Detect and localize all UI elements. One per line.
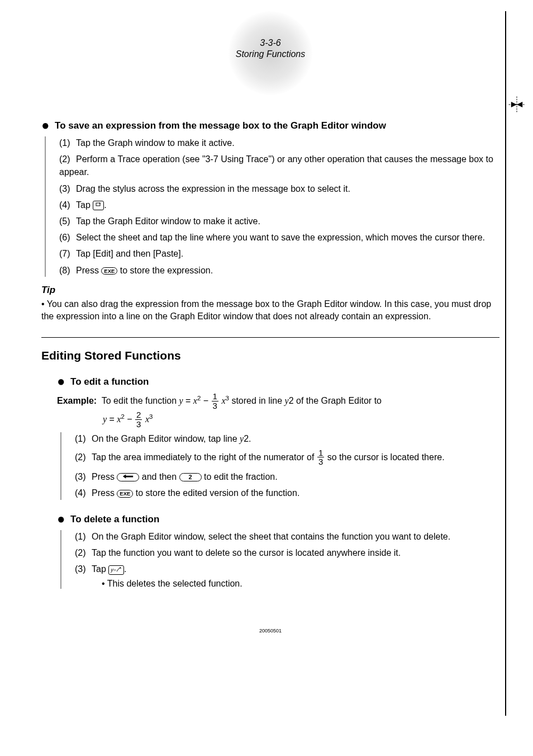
page-header-badge: 3-3-6 Storing Functions [41, 11, 499, 97]
sec1-step6: (6)Select the sheet and tap the line whe… [56, 231, 499, 244]
page-number: 3-3-6 [217, 37, 323, 49]
edit-heading: ● To edit a function [57, 372, 499, 388]
del-sub-bullet: • This deletes the selected function. [102, 579, 499, 589]
del-step2: (2)Tap the function you want to delete s… [72, 546, 499, 559]
edit-steps: (1)On the Graph Editor window, tap line … [60, 432, 499, 499]
copy-icon [93, 201, 104, 210]
sec2-title: Editing Stored Functions [41, 349, 499, 362]
crop-mark-icon [507, 95, 526, 114]
section-separator [41, 337, 499, 338]
tip-heading: Tip [41, 285, 499, 296]
sec1-step1: (1)Tap the Graph window to make it activ… [56, 136, 499, 149]
del-heading: ● To delete a function [57, 510, 499, 526]
del-step3: (3)Tap y=. [72, 563, 499, 575]
footer-date: 20050501 [41, 628, 499, 634]
sec1-step3: (3)Drag the stylus across the expression… [56, 182, 499, 195]
example-block: Example: To edit the function y = x2 − 1… [57, 393, 499, 429]
tip-body: • You can also drag the expression from … [41, 298, 499, 323]
edit-step3: (3)Press and then 2 to edit the fraction… [72, 470, 499, 483]
sec1-heading: ● To save an expression from the message… [41, 116, 499, 132]
two-key-icon: 2 [179, 473, 202, 481]
edit-step1: (1)On the Graph Editor window, tap line … [72, 432, 499, 445]
example-label: Example: [57, 396, 97, 406]
backspace-key-icon [117, 473, 139, 481]
sec1-step8: (8)Press EXE to store the expression. [56, 264, 499, 277]
sec1-step4: (4)Tap . [56, 199, 499, 211]
exe-key-icon: EXE [101, 267, 117, 275]
sec1-step2: (2)Perform a Trace operation (see "3-7 U… [56, 153, 499, 178]
del-step1: (1)On the Graph Editor window, select th… [72, 530, 499, 543]
right-rule [505, 11, 506, 716]
edit-step4: (4)Press EXE to store the edited version… [72, 486, 499, 499]
sec1-steps: (1)Tap the Graph window to make it activ… [45, 136, 499, 277]
delete-icon: y= [108, 565, 124, 575]
svg-rect-2 [96, 203, 100, 206]
sec1-step5: (5)Tap the Graph Editor window to make i… [56, 215, 499, 228]
edit-step2: (2)Tap the area immediately to the right… [72, 449, 499, 467]
page-title: Storing Functions [236, 49, 306, 59]
exe-key-icon: EXE [117, 490, 133, 498]
del-steps: (1)On the Graph Editor window, select th… [60, 530, 499, 589]
sec1-step7: (7)Tap [Edit] and then [Paste]. [56, 247, 499, 260]
